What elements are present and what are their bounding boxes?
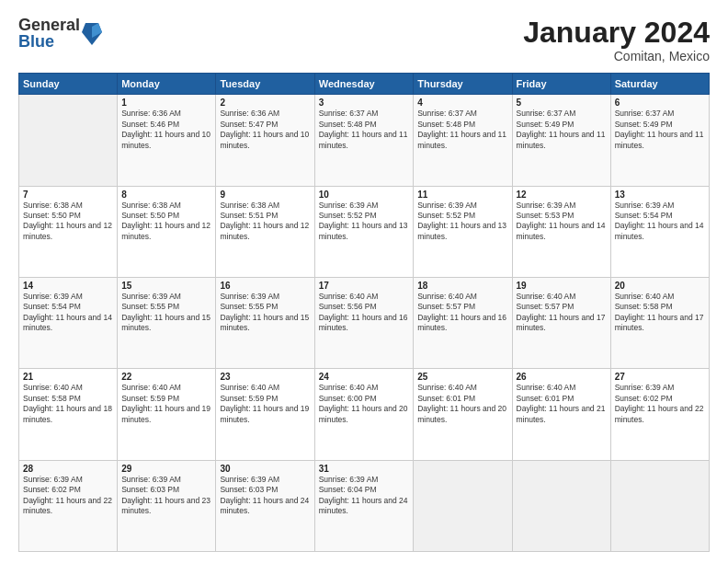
day-cell: 6Sunrise: 6:37 AMSunset: 5:49 PMDaylight…	[610, 95, 709, 186]
day-number: 15	[121, 281, 211, 291]
calendar-header-row: SundayMondayTuesdayWednesdayThursdayFrid…	[19, 74, 710, 95]
day-number: 16	[220, 281, 310, 291]
day-info: Sunrise: 6:38 AMSunset: 5:50 PMDaylight:…	[121, 201, 211, 243]
week-row-3: 14Sunrise: 6:39 AMSunset: 5:54 PMDayligh…	[19, 277, 710, 368]
day-header-friday: Friday	[512, 74, 610, 95]
day-number: 8	[121, 190, 211, 200]
logo-general: General	[18, 17, 80, 33]
day-info: Sunrise: 6:39 AMSunset: 6:04 PMDaylight:…	[319, 475, 409, 517]
day-header-thursday: Thursday	[414, 74, 512, 95]
logo-blue: Blue	[18, 33, 80, 50]
day-info: Sunrise: 6:38 AMSunset: 5:50 PMDaylight:…	[23, 201, 113, 243]
title-block: January 2024 Comitan, Mexico	[523, 17, 710, 63]
day-number: 6	[615, 98, 705, 108]
day-number: 1	[121, 98, 211, 108]
day-info: Sunrise: 6:37 AMSunset: 5:49 PMDaylight:…	[615, 109, 705, 151]
day-header-sunday: Sunday	[19, 74, 118, 95]
day-info: Sunrise: 6:40 AMSunset: 5:59 PMDaylight:…	[121, 383, 211, 425]
day-cell	[512, 460, 610, 551]
day-info: Sunrise: 6:37 AMSunset: 5:48 PMDaylight:…	[319, 109, 409, 151]
day-number: 20	[615, 281, 705, 291]
day-cell: 31Sunrise: 6:39 AMSunset: 6:04 PMDayligh…	[314, 460, 413, 551]
day-number: 4	[417, 98, 507, 108]
day-cell: 4Sunrise: 6:37 AMSunset: 5:48 PMDaylight…	[414, 95, 512, 186]
day-cell	[414, 460, 512, 551]
day-cell: 22Sunrise: 6:40 AMSunset: 5:59 PMDayligh…	[118, 369, 216, 460]
day-cell: 20Sunrise: 6:40 AMSunset: 5:58 PMDayligh…	[610, 277, 709, 368]
day-number: 25	[417, 372, 507, 382]
week-row-5: 28Sunrise: 6:39 AMSunset: 6:02 PMDayligh…	[19, 460, 710, 551]
location: Comitan, Mexico	[523, 49, 710, 63]
header: General Blue January 2024 Comitan, Mexic…	[18, 17, 710, 63]
day-cell	[610, 460, 709, 551]
day-info: Sunrise: 6:39 AMSunset: 5:52 PMDaylight:…	[417, 201, 507, 243]
logo: General Blue	[18, 17, 102, 50]
day-header-monday: Monday	[118, 74, 216, 95]
day-number: 22	[121, 372, 211, 382]
day-info: Sunrise: 6:40 AMSunset: 5:58 PMDaylight:…	[23, 383, 113, 425]
day-cell: 21Sunrise: 6:40 AMSunset: 5:58 PMDayligh…	[19, 369, 118, 460]
day-number: 7	[23, 190, 113, 200]
week-row-4: 21Sunrise: 6:40 AMSunset: 5:58 PMDayligh…	[19, 369, 710, 460]
week-row-1: 1Sunrise: 6:36 AMSunset: 5:46 PMDaylight…	[19, 95, 710, 186]
day-info: Sunrise: 6:37 AMSunset: 5:49 PMDaylight:…	[517, 109, 607, 151]
day-info: Sunrise: 6:39 AMSunset: 5:54 PMDaylight:…	[23, 292, 113, 334]
day-cell: 11Sunrise: 6:39 AMSunset: 5:52 PMDayligh…	[414, 186, 512, 277]
day-number: 19	[517, 281, 607, 291]
day-number: 2	[220, 98, 310, 108]
day-cell: 9Sunrise: 6:38 AMSunset: 5:51 PMDaylight…	[216, 186, 314, 277]
day-number: 3	[319, 98, 409, 108]
day-info: Sunrise: 6:38 AMSunset: 5:51 PMDaylight:…	[220, 201, 310, 243]
day-info: Sunrise: 6:40 AMSunset: 6:01 PMDaylight:…	[517, 383, 607, 425]
day-number: 27	[615, 372, 705, 382]
day-cell: 16Sunrise: 6:39 AMSunset: 5:55 PMDayligh…	[216, 277, 314, 368]
day-cell: 14Sunrise: 6:39 AMSunset: 5:54 PMDayligh…	[19, 277, 118, 368]
week-row-2: 7Sunrise: 6:38 AMSunset: 5:50 PMDaylight…	[19, 186, 710, 277]
day-info: Sunrise: 6:40 AMSunset: 5:57 PMDaylight:…	[417, 292, 507, 334]
day-cell: 18Sunrise: 6:40 AMSunset: 5:57 PMDayligh…	[414, 277, 512, 368]
day-cell: 3Sunrise: 6:37 AMSunset: 5:48 PMDaylight…	[314, 95, 413, 186]
day-number: 23	[220, 372, 310, 382]
day-number: 17	[319, 281, 409, 291]
day-cell	[19, 95, 118, 186]
day-info: Sunrise: 6:39 AMSunset: 6:02 PMDaylight:…	[615, 383, 705, 425]
day-cell: 17Sunrise: 6:40 AMSunset: 5:56 PMDayligh…	[314, 277, 413, 368]
day-number: 11	[417, 190, 507, 200]
day-cell: 30Sunrise: 6:39 AMSunset: 6:03 PMDayligh…	[216, 460, 314, 551]
day-cell: 2Sunrise: 6:36 AMSunset: 5:47 PMDaylight…	[216, 95, 314, 186]
page: General Blue January 2024 Comitan, Mexic…	[0, 0, 728, 563]
day-cell: 25Sunrise: 6:40 AMSunset: 6:01 PMDayligh…	[414, 369, 512, 460]
day-header-saturday: Saturday	[610, 74, 709, 95]
day-info: Sunrise: 6:40 AMSunset: 5:59 PMDaylight:…	[220, 383, 310, 425]
day-header-tuesday: Tuesday	[216, 74, 314, 95]
day-info: Sunrise: 6:37 AMSunset: 5:48 PMDaylight:…	[417, 109, 507, 151]
day-info: Sunrise: 6:40 AMSunset: 6:01 PMDaylight:…	[417, 383, 507, 425]
month-title: January 2024	[523, 17, 710, 49]
day-cell: 19Sunrise: 6:40 AMSunset: 5:57 PMDayligh…	[512, 277, 610, 368]
day-info: Sunrise: 6:36 AMSunset: 5:47 PMDaylight:…	[220, 109, 310, 151]
day-cell: 7Sunrise: 6:38 AMSunset: 5:50 PMDaylight…	[19, 186, 118, 277]
day-number: 26	[517, 372, 607, 382]
day-info: Sunrise: 6:39 AMSunset: 5:54 PMDaylight:…	[615, 201, 705, 243]
day-number: 31	[319, 464, 409, 474]
day-cell: 23Sunrise: 6:40 AMSunset: 5:59 PMDayligh…	[216, 369, 314, 460]
day-info: Sunrise: 6:39 AMSunset: 5:55 PMDaylight:…	[220, 292, 310, 334]
day-cell: 8Sunrise: 6:38 AMSunset: 5:50 PMDaylight…	[118, 186, 216, 277]
day-cell: 10Sunrise: 6:39 AMSunset: 5:52 PMDayligh…	[314, 186, 413, 277]
day-number: 21	[23, 372, 113, 382]
day-number: 10	[319, 190, 409, 200]
day-number: 24	[319, 372, 409, 382]
day-cell: 29Sunrise: 6:39 AMSunset: 6:03 PMDayligh…	[118, 460, 216, 551]
day-cell: 26Sunrise: 6:40 AMSunset: 6:01 PMDayligh…	[512, 369, 610, 460]
day-number: 14	[23, 281, 113, 291]
day-info: Sunrise: 6:39 AMSunset: 5:52 PMDaylight:…	[319, 201, 409, 243]
day-cell: 12Sunrise: 6:39 AMSunset: 5:53 PMDayligh…	[512, 186, 610, 277]
day-number: 28	[23, 464, 113, 474]
day-number: 9	[220, 190, 310, 200]
day-cell: 1Sunrise: 6:36 AMSunset: 5:46 PMDaylight…	[118, 95, 216, 186]
calendar: SundayMondayTuesdayWednesdayThursdayFrid…	[18, 73, 710, 552]
day-info: Sunrise: 6:39 AMSunset: 5:55 PMDaylight:…	[121, 292, 211, 334]
day-number: 29	[121, 464, 211, 474]
day-info: Sunrise: 6:39 AMSunset: 5:53 PMDaylight:…	[517, 201, 607, 243]
day-info: Sunrise: 6:39 AMSunset: 6:03 PMDaylight:…	[121, 475, 211, 517]
